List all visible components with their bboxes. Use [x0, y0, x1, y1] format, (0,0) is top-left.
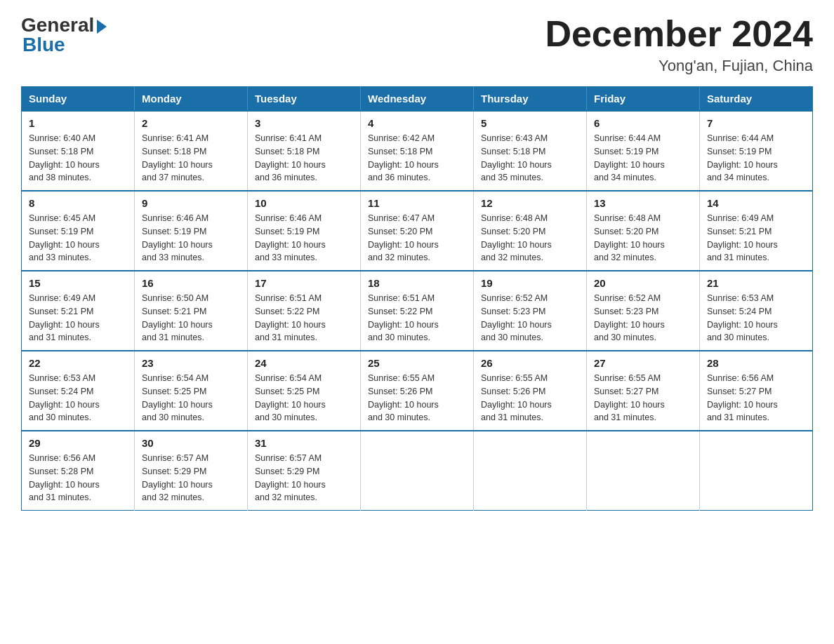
logo-arrow-icon [97, 20, 107, 34]
day-number: 27 [594, 357, 692, 369]
day-info: Sunrise: 6:56 AM Sunset: 5:28 PM Dayligh… [29, 452, 127, 504]
day-info: Sunrise: 6:44 AM Sunset: 5:19 PM Dayligh… [707, 132, 805, 185]
day-number: 30 [142, 437, 240, 449]
day-number: 11 [368, 197, 466, 209]
day-info: Sunrise: 6:47 AM Sunset: 5:20 PM Dayligh… [368, 212, 466, 264]
month-title: December 2024 [545, 14, 813, 54]
day-number: 4 [368, 117, 466, 129]
day-number: 18 [368, 277, 466, 289]
day-info: Sunrise: 6:53 AM Sunset: 5:24 PM Dayligh… [29, 372, 127, 424]
calendar-week-row: 15 Sunrise: 6:49 AM Sunset: 5:21 PM Dayl… [22, 271, 813, 351]
day-info: Sunrise: 6:55 AM Sunset: 5:27 PM Dayligh… [594, 372, 692, 424]
day-of-week-header: Thursday [474, 87, 587, 112]
logo: General Blue [21, 14, 107, 56]
calendar-day-cell: 13 Sunrise: 6:48 AM Sunset: 5:20 PM Dayl… [587, 191, 700, 271]
day-number: 3 [255, 117, 353, 129]
day-info: Sunrise: 6:53 AM Sunset: 5:24 PM Dayligh… [707, 292, 805, 344]
calendar-day-cell [700, 431, 813, 511]
calendar-day-cell [474, 431, 587, 511]
calendar-week-row: 22 Sunrise: 6:53 AM Sunset: 5:24 PM Dayl… [22, 351, 813, 431]
calendar-day-cell: 23 Sunrise: 6:54 AM Sunset: 5:25 PM Dayl… [135, 351, 248, 431]
day-info: Sunrise: 6:40 AM Sunset: 5:18 PM Dayligh… [29, 132, 127, 185]
day-number: 10 [255, 197, 353, 209]
calendar-day-cell: 15 Sunrise: 6:49 AM Sunset: 5:21 PM Dayl… [22, 271, 135, 351]
calendar-week-row: 1 Sunrise: 6:40 AM Sunset: 5:18 PM Dayli… [22, 111, 813, 191]
day-of-week-header: Monday [135, 87, 248, 112]
calendar-day-cell: 22 Sunrise: 6:53 AM Sunset: 5:24 PM Dayl… [22, 351, 135, 431]
day-info: Sunrise: 6:46 AM Sunset: 5:19 PM Dayligh… [255, 212, 353, 264]
day-info: Sunrise: 6:57 AM Sunset: 5:29 PM Dayligh… [142, 452, 240, 504]
day-info: Sunrise: 6:57 AM Sunset: 5:29 PM Dayligh… [255, 452, 353, 504]
day-number: 26 [481, 357, 579, 369]
day-info: Sunrise: 6:54 AM Sunset: 5:25 PM Dayligh… [255, 372, 353, 424]
calendar-day-cell: 25 Sunrise: 6:55 AM Sunset: 5:26 PM Dayl… [361, 351, 474, 431]
calendar-day-cell: 8 Sunrise: 6:45 AM Sunset: 5:19 PM Dayli… [22, 191, 135, 271]
calendar-day-cell: 27 Sunrise: 6:55 AM Sunset: 5:27 PM Dayl… [587, 351, 700, 431]
day-number: 6 [594, 117, 692, 129]
day-info: Sunrise: 6:56 AM Sunset: 5:27 PM Dayligh… [707, 372, 805, 424]
day-number: 13 [594, 197, 692, 209]
calendar-day-cell [361, 431, 474, 511]
day-info: Sunrise: 6:50 AM Sunset: 5:21 PM Dayligh… [142, 292, 240, 344]
day-info: Sunrise: 6:43 AM Sunset: 5:18 PM Dayligh… [481, 132, 579, 185]
day-number: 23 [142, 357, 240, 369]
calendar-day-cell: 7 Sunrise: 6:44 AM Sunset: 5:19 PM Dayli… [700, 111, 813, 191]
day-info: Sunrise: 6:55 AM Sunset: 5:26 PM Dayligh… [368, 372, 466, 424]
day-info: Sunrise: 6:55 AM Sunset: 5:26 PM Dayligh… [481, 372, 579, 424]
day-info: Sunrise: 6:49 AM Sunset: 5:21 PM Dayligh… [29, 292, 127, 344]
day-info: Sunrise: 6:45 AM Sunset: 5:19 PM Dayligh… [29, 212, 127, 264]
calendar-day-cell: 12 Sunrise: 6:48 AM Sunset: 5:20 PM Dayl… [474, 191, 587, 271]
calendar-day-cell: 31 Sunrise: 6:57 AM Sunset: 5:29 PM Dayl… [248, 431, 361, 511]
calendar-day-cell: 11 Sunrise: 6:47 AM Sunset: 5:20 PM Dayl… [361, 191, 474, 271]
day-number: 1 [29, 117, 127, 129]
day-of-week-header: Tuesday [248, 87, 361, 112]
calendar-table: SundayMondayTuesdayWednesdayThursdayFrid… [21, 86, 813, 511]
calendar-day-cell: 29 Sunrise: 6:56 AM Sunset: 5:28 PM Dayl… [22, 431, 135, 511]
title-section: December 2024 Yong'an, Fujian, China [545, 14, 813, 75]
day-number: 9 [142, 197, 240, 209]
day-info: Sunrise: 6:52 AM Sunset: 5:23 PM Dayligh… [481, 292, 579, 344]
calendar-week-row: 29 Sunrise: 6:56 AM Sunset: 5:28 PM Dayl… [22, 431, 813, 511]
calendar-day-cell: 1 Sunrise: 6:40 AM Sunset: 5:18 PM Dayli… [22, 111, 135, 191]
calendar-day-cell: 4 Sunrise: 6:42 AM Sunset: 5:18 PM Dayli… [361, 111, 474, 191]
day-info: Sunrise: 6:51 AM Sunset: 5:22 PM Dayligh… [368, 292, 466, 344]
day-of-week-header: Saturday [700, 87, 813, 112]
day-info: Sunrise: 6:52 AM Sunset: 5:23 PM Dayligh… [594, 292, 692, 344]
calendar-day-cell: 18 Sunrise: 6:51 AM Sunset: 5:22 PM Dayl… [361, 271, 474, 351]
calendar-day-cell: 16 Sunrise: 6:50 AM Sunset: 5:21 PM Dayl… [135, 271, 248, 351]
calendar-day-cell: 9 Sunrise: 6:46 AM Sunset: 5:19 PM Dayli… [135, 191, 248, 271]
day-number: 12 [481, 197, 579, 209]
calendar-day-cell: 28 Sunrise: 6:56 AM Sunset: 5:27 PM Dayl… [700, 351, 813, 431]
day-number: 15 [29, 277, 127, 289]
calendar-day-cell: 30 Sunrise: 6:57 AM Sunset: 5:29 PM Dayl… [135, 431, 248, 511]
calendar-day-cell: 3 Sunrise: 6:41 AM Sunset: 5:18 PM Dayli… [248, 111, 361, 191]
day-info: Sunrise: 6:44 AM Sunset: 5:19 PM Dayligh… [594, 132, 692, 185]
day-info: Sunrise: 6:49 AM Sunset: 5:21 PM Dayligh… [707, 212, 805, 264]
day-info: Sunrise: 6:42 AM Sunset: 5:18 PM Dayligh… [368, 132, 466, 185]
calendar-day-cell [587, 431, 700, 511]
day-number: 29 [29, 437, 127, 449]
day-number: 7 [707, 117, 805, 129]
day-number: 16 [142, 277, 240, 289]
calendar-day-cell: 17 Sunrise: 6:51 AM Sunset: 5:22 PM Dayl… [248, 271, 361, 351]
day-info: Sunrise: 6:46 AM Sunset: 5:19 PM Dayligh… [142, 212, 240, 264]
logo-blue-text: Blue [22, 34, 65, 56]
calendar-week-row: 8 Sunrise: 6:45 AM Sunset: 5:19 PM Dayli… [22, 191, 813, 271]
day-number: 14 [707, 197, 805, 209]
day-number: 20 [594, 277, 692, 289]
day-of-week-header: Wednesday [361, 87, 474, 112]
calendar-day-cell: 2 Sunrise: 6:41 AM Sunset: 5:18 PM Dayli… [135, 111, 248, 191]
day-info: Sunrise: 6:51 AM Sunset: 5:22 PM Dayligh… [255, 292, 353, 344]
calendar-day-cell: 26 Sunrise: 6:55 AM Sunset: 5:26 PM Dayl… [474, 351, 587, 431]
day-info: Sunrise: 6:41 AM Sunset: 5:18 PM Dayligh… [255, 132, 353, 185]
day-number: 21 [707, 277, 805, 289]
day-of-week-header: Friday [587, 87, 700, 112]
calendar-day-cell: 24 Sunrise: 6:54 AM Sunset: 5:25 PM Dayl… [248, 351, 361, 431]
day-info: Sunrise: 6:48 AM Sunset: 5:20 PM Dayligh… [481, 212, 579, 264]
day-number: 5 [481, 117, 579, 129]
calendar-header-row: SundayMondayTuesdayWednesdayThursdayFrid… [22, 87, 813, 112]
day-number: 19 [481, 277, 579, 289]
day-number: 17 [255, 277, 353, 289]
calendar-day-cell: 10 Sunrise: 6:46 AM Sunset: 5:19 PM Dayl… [248, 191, 361, 271]
day-number: 28 [707, 357, 805, 369]
